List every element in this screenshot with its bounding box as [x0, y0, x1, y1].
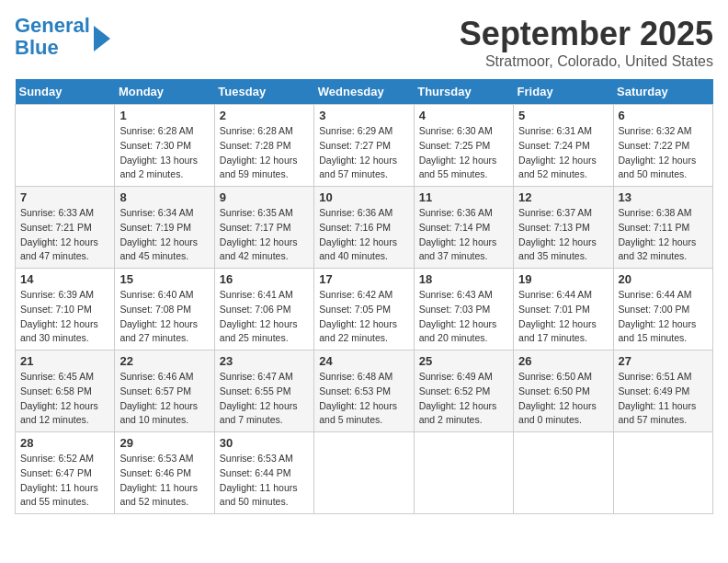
day-info: Sunrise: 6:39 AM Sunset: 7:10 PM Dayligh…: [20, 288, 109, 346]
calendar-cell: 17Sunrise: 6:42 AM Sunset: 7:05 PM Dayli…: [314, 269, 414, 350]
day-number: 22: [119, 354, 209, 368]
calendar-cell: 24Sunrise: 6:48 AM Sunset: 6:53 PM Dayli…: [314, 350, 414, 432]
calendar-cell: 20Sunrise: 6:44 AM Sunset: 7:00 PM Dayli…: [613, 269, 712, 350]
logo: General Blue: [15, 15, 110, 59]
day-number: 25: [419, 354, 508, 368]
page-header: General Blue September 2025 Stratmoor, C…: [15, 15, 713, 70]
day-number: 24: [319, 354, 408, 368]
calendar-week-row: 1Sunrise: 6:28 AM Sunset: 7:30 PM Daylig…: [16, 105, 713, 187]
day-number: 7: [20, 190, 109, 204]
day-number: 19: [518, 272, 608, 286]
calendar-cell: 14Sunrise: 6:39 AM Sunset: 7:10 PM Dayli…: [16, 269, 115, 350]
calendar-cell: [613, 432, 712, 514]
day-number: 6: [619, 109, 708, 122]
day-number: 21: [20, 354, 109, 368]
day-number: 23: [220, 354, 309, 368]
day-number: 30: [220, 436, 309, 450]
day-info: Sunrise: 6:28 AM Sunset: 7:30 PM Dayligh…: [119, 124, 209, 182]
day-number: 14: [20, 272, 109, 286]
day-info: Sunrise: 6:44 AM Sunset: 7:00 PM Dayligh…: [619, 288, 708, 346]
day-info: Sunrise: 6:36 AM Sunset: 7:16 PM Dayligh…: [319, 206, 408, 264]
day-info: Sunrise: 6:31 AM Sunset: 7:24 PM Dayligh…: [518, 124, 608, 182]
calendar-cell: 16Sunrise: 6:41 AM Sunset: 7:06 PM Dayli…: [214, 269, 313, 350]
day-number: 3: [319, 109, 408, 122]
day-info: Sunrise: 6:49 AM Sunset: 6:52 PM Dayligh…: [419, 370, 508, 428]
weekday-header-tuesday: Tuesday: [214, 79, 313, 105]
day-number: 10: [319, 190, 408, 204]
day-info: Sunrise: 6:47 AM Sunset: 6:55 PM Dayligh…: [220, 370, 309, 428]
calendar-cell: 9Sunrise: 6:35 AM Sunset: 7:17 PM Daylig…: [214, 187, 313, 269]
day-number: 8: [119, 190, 209, 204]
day-number: 18: [419, 272, 508, 286]
calendar-cell: 4Sunrise: 6:30 AM Sunset: 7:25 PM Daylig…: [414, 105, 513, 187]
day-info: Sunrise: 6:33 AM Sunset: 7:21 PM Dayligh…: [20, 206, 109, 264]
weekday-header-row: SundayMondayTuesdayWednesdayThursdayFrid…: [16, 79, 713, 105]
weekday-header-thursday: Thursday: [414, 79, 513, 105]
calendar-cell: 30Sunrise: 6:53 AM Sunset: 6:44 PM Dayli…: [214, 432, 313, 514]
day-info: Sunrise: 6:35 AM Sunset: 7:17 PM Dayligh…: [220, 206, 309, 264]
day-info: Sunrise: 6:44 AM Sunset: 7:01 PM Dayligh…: [518, 288, 608, 346]
logo-arrow-icon: [94, 26, 110, 52]
day-info: Sunrise: 6:51 AM Sunset: 6:49 PM Dayligh…: [619, 370, 708, 428]
calendar-cell: 18Sunrise: 6:43 AM Sunset: 7:03 PM Dayli…: [414, 269, 513, 350]
day-number: 4: [419, 109, 508, 122]
day-number: 12: [518, 190, 608, 204]
calendar-cell: 10Sunrise: 6:36 AM Sunset: 7:16 PM Dayli…: [314, 187, 414, 269]
logo-text: General Blue: [15, 15, 90, 59]
calendar-cell: 19Sunrise: 6:44 AM Sunset: 7:01 PM Dayli…: [514, 269, 613, 350]
calendar-cell: 7Sunrise: 6:33 AM Sunset: 7:21 PM Daylig…: [16, 187, 115, 269]
day-number: 9: [220, 190, 309, 204]
day-number: 15: [119, 272, 209, 286]
calendar-cell: [414, 432, 513, 514]
calendar-cell: [514, 432, 613, 514]
day-number: 1: [119, 109, 209, 122]
day-info: Sunrise: 6:40 AM Sunset: 7:08 PM Dayligh…: [119, 288, 209, 346]
day-info: Sunrise: 6:30 AM Sunset: 7:25 PM Dayligh…: [419, 124, 508, 182]
day-number: 27: [619, 354, 708, 368]
calendar-cell: 5Sunrise: 6:31 AM Sunset: 7:24 PM Daylig…: [514, 105, 613, 187]
day-number: 5: [518, 109, 608, 122]
day-info: Sunrise: 6:34 AM Sunset: 7:19 PM Dayligh…: [119, 206, 209, 264]
day-info: Sunrise: 6:37 AM Sunset: 7:13 PM Dayligh…: [518, 206, 608, 264]
calendar-cell: 3Sunrise: 6:29 AM Sunset: 7:27 PM Daylig…: [314, 105, 414, 187]
day-number: 29: [119, 436, 209, 450]
calendar-cell: 29Sunrise: 6:53 AM Sunset: 6:46 PM Dayli…: [115, 432, 214, 514]
calendar-title: September 2025: [460, 15, 713, 53]
weekday-header-sunday: Sunday: [16, 79, 115, 105]
calendar-cell: 21Sunrise: 6:45 AM Sunset: 6:58 PM Dayli…: [16, 350, 115, 432]
day-info: Sunrise: 6:32 AM Sunset: 7:22 PM Dayligh…: [619, 124, 708, 182]
weekday-header-friday: Friday: [514, 79, 613, 105]
calendar-cell: 15Sunrise: 6:40 AM Sunset: 7:08 PM Dayli…: [115, 269, 214, 350]
logo-general: General: [15, 14, 90, 37]
calendar-cell: 2Sunrise: 6:28 AM Sunset: 7:28 PM Daylig…: [214, 105, 313, 187]
day-number: 28: [20, 436, 109, 450]
day-number: 20: [619, 272, 708, 286]
calendar-cell: 23Sunrise: 6:47 AM Sunset: 6:55 PM Dayli…: [214, 350, 313, 432]
day-info: Sunrise: 6:29 AM Sunset: 7:27 PM Dayligh…: [319, 124, 408, 182]
day-number: 16: [220, 272, 309, 286]
calendar-cell: 8Sunrise: 6:34 AM Sunset: 7:19 PM Daylig…: [115, 187, 214, 269]
weekday-header-monday: Monday: [115, 79, 214, 105]
day-number: 26: [518, 354, 608, 368]
day-info: Sunrise: 6:53 AM Sunset: 6:46 PM Dayligh…: [119, 452, 209, 510]
calendar-table: SundayMondayTuesdayWednesdayThursdayFrid…: [15, 79, 713, 514]
weekday-header-saturday: Saturday: [613, 79, 712, 105]
calendar-cell: 28Sunrise: 6:52 AM Sunset: 6:47 PM Dayli…: [16, 432, 115, 514]
calendar-week-row: 14Sunrise: 6:39 AM Sunset: 7:10 PM Dayli…: [16, 269, 713, 350]
day-number: 13: [619, 190, 708, 204]
day-info: Sunrise: 6:45 AM Sunset: 6:58 PM Dayligh…: [20, 370, 109, 428]
day-info: Sunrise: 6:50 AM Sunset: 6:50 PM Dayligh…: [518, 370, 608, 428]
calendar-cell: 27Sunrise: 6:51 AM Sunset: 6:49 PM Dayli…: [613, 350, 712, 432]
calendar-cell: 12Sunrise: 6:37 AM Sunset: 7:13 PM Dayli…: [514, 187, 613, 269]
calendar-cell: 25Sunrise: 6:49 AM Sunset: 6:52 PM Dayli…: [414, 350, 513, 432]
logo-blue: Blue: [15, 36, 59, 59]
day-info: Sunrise: 6:41 AM Sunset: 7:06 PM Dayligh…: [220, 288, 309, 346]
calendar-cell: 6Sunrise: 6:32 AM Sunset: 7:22 PM Daylig…: [613, 105, 712, 187]
day-info: Sunrise: 6:28 AM Sunset: 7:28 PM Dayligh…: [220, 124, 309, 182]
calendar-subtitle: Stratmoor, Colorado, United States: [460, 53, 713, 70]
title-block: September 2025 Stratmoor, Colorado, Unit…: [460, 15, 713, 70]
calendar-cell: 13Sunrise: 6:38 AM Sunset: 7:11 PM Dayli…: [613, 187, 712, 269]
calendar-cell: [314, 432, 414, 514]
weekday-header-wednesday: Wednesday: [314, 79, 414, 105]
day-number: 11: [419, 190, 508, 204]
